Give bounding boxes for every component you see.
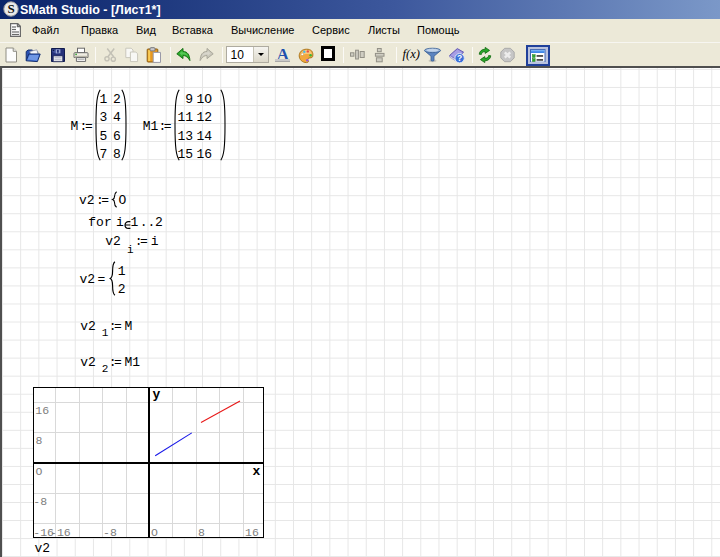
svg-text:16: 16 xyxy=(35,404,49,417)
svg-text:y: y xyxy=(153,387,161,402)
svg-text:-8: -8 xyxy=(103,526,117,539)
svg-text:O: O xyxy=(36,465,43,478)
svg-text:-8: -8 xyxy=(33,495,47,508)
svg-text:8: 8 xyxy=(36,434,43,447)
svg-text:S: S xyxy=(7,1,14,16)
svg-text:-16: -16 xyxy=(50,526,71,539)
svg-text:8: 8 xyxy=(198,526,205,539)
svg-text:x: x xyxy=(253,464,261,479)
svg-text:16: 16 xyxy=(245,526,259,539)
svg-text:O: O xyxy=(151,526,158,539)
svg-text:?: ? xyxy=(456,53,461,63)
